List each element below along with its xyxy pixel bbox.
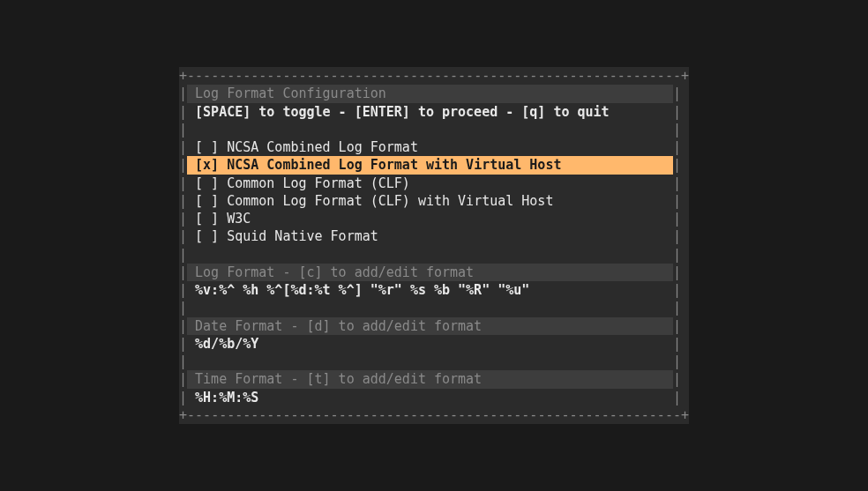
option-clf-vhost[interactable]: [ ] Common Log Format (CLF) with Virtual… <box>195 192 673 210</box>
option-ncsa-combined-vhost[interactable]: [x] NCSA Combined Log Format with Virtua… <box>195 156 673 174</box>
config-header: Log Format Configuration <box>195 85 673 102</box>
timeformat-value[interactable]: %H:%M:%S <box>195 389 673 406</box>
timeformat-header: Time Format - [t] to add/edit format <box>195 370 673 388</box>
log-format-dialog: +---------------------------------------… <box>179 67 689 424</box>
border-top: +---------------------------------------… <box>179 67 689 85</box>
dateformat-value[interactable]: %d/%b/%Y <box>195 335 673 353</box>
option-clf[interactable]: [ ] Common Log Format (CLF) <box>195 175 673 192</box>
instruction-text: [SPACE] to toggle - [ENTER] to proceed -… <box>195 103 673 121</box>
border-bottom: +---------------------------------------… <box>179 406 689 424</box>
option-w3c[interactable]: [ ] W3C <box>195 210 673 227</box>
dateformat-header: Date Format - [d] to add/edit format <box>195 317 673 335</box>
option-ncsa-combined[interactable]: [ ] NCSA Combined Log Format <box>195 138 673 156</box>
logformat-value[interactable]: %v:%^ %h %^[%d:%t %^] "%r" %s %b "%R" "%… <box>195 281 673 299</box>
option-squid[interactable]: [ ] Squid Native Format <box>195 227 673 245</box>
logformat-header: Log Format - [c] to add/edit format <box>195 264 673 281</box>
